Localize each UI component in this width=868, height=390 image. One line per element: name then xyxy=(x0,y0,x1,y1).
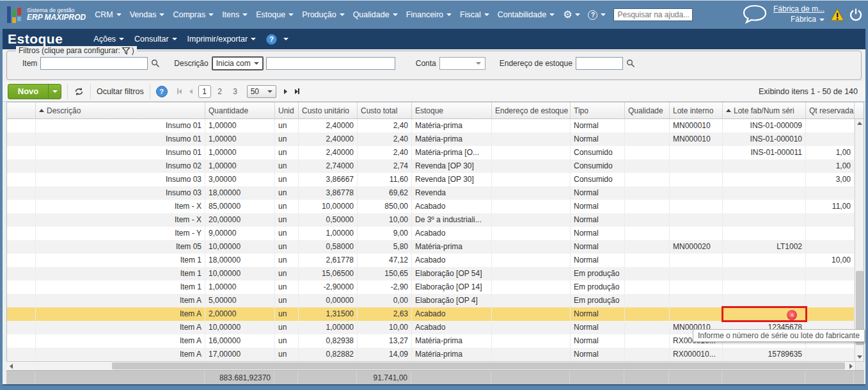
topbar-menu-vendas[interactable]: Vendas xyxy=(130,10,165,19)
table-row[interactable]: Insumo 011,00000un2,400002,40Matéria-pri… xyxy=(7,146,855,159)
scroll-right-button[interactable] xyxy=(846,362,855,370)
search-icon[interactable] xyxy=(151,59,160,68)
topbar-menu-qualidade[interactable]: Qualidade xyxy=(353,10,398,19)
power-icon[interactable] xyxy=(849,8,863,22)
scroll-down-button[interactable] xyxy=(855,353,864,361)
cell-lote-interno xyxy=(670,186,723,200)
scroll-up-button[interactable] xyxy=(855,119,864,127)
error-cell-highlight[interactable]: ✳ xyxy=(722,306,807,322)
page-size-dropdown[interactable]: 50 xyxy=(247,85,276,98)
unit-selector[interactable]: Fábrica xyxy=(773,15,825,25)
page-button-3[interactable]: 3 xyxy=(229,85,242,98)
ocultar-filtros-button[interactable]: Ocultar filtros xyxy=(97,87,144,96)
novo-dropdown-arrow[interactable] xyxy=(48,85,61,99)
column-header-custo-unita-rio[interactable]: Custo unitário xyxy=(299,102,358,118)
pagebar-menu-imprimir-exportar[interactable]: Imprimir/exportar xyxy=(187,35,256,44)
cell-custo-total: 14,09 xyxy=(358,348,412,361)
settings-menu[interactable]: ⚙ xyxy=(563,10,580,20)
descricao-operator-select[interactable]: Inicia com xyxy=(212,56,264,70)
cell-qualidade xyxy=(625,227,670,240)
scroll-left-button[interactable] xyxy=(6,362,15,370)
table-row[interactable]: Item 11,00000un-2,90000-2,90Elaboração [… xyxy=(7,280,855,294)
chevron-down-icon xyxy=(340,13,345,16)
first-page-button[interactable] xyxy=(174,86,185,97)
column-header-estoque[interactable]: Estoque xyxy=(412,102,492,118)
table-row[interactable]: Insumo 0318,00000un3,8677869,62RevendaNo… xyxy=(7,186,855,200)
table-row[interactable]: Insumo 011,00000un2,400002,40Matéria-pri… xyxy=(7,119,855,133)
cell-estoque: Revenda [OP 30] xyxy=(412,159,492,173)
help-search-input[interactable] xyxy=(613,8,693,21)
topbar-menu-itens[interactable]: Itens xyxy=(222,10,248,19)
horizontal-scrollbar[interactable] xyxy=(6,361,864,370)
cell-quantidade: 5,00000 xyxy=(205,294,275,307)
table-row[interactable]: Item - X20,00000un0,5000010,00De 3º a in… xyxy=(7,213,855,227)
column-header-enderec-o-de-estoque[interactable]: Endereço de estoque xyxy=(492,102,571,118)
page-help-icon[interactable]: ? xyxy=(266,34,277,45)
cell-quantidade: 17,00000 xyxy=(205,348,275,361)
topbar-menu-crm[interactable]: CRM xyxy=(95,10,121,19)
table-row[interactable]: Item - Y9,00000un1,000009,00AcabadoNorma… xyxy=(7,227,855,240)
conta-dropdown[interactable] xyxy=(439,57,485,70)
previous-page-button[interactable] xyxy=(185,86,197,97)
column-header-unid[interactable]: Unid xyxy=(275,102,299,118)
table-row[interactable]: Item 0510,00000un0,580005,80Matéria-prim… xyxy=(7,240,855,254)
refresh-button[interactable] xyxy=(74,86,84,97)
topbar-menu-contabilidade[interactable]: Contabilidade xyxy=(498,10,555,19)
column-header-lote-fab-num-se-ri[interactable]: Lote fab/Num séri xyxy=(723,102,806,118)
cell-unid: un xyxy=(275,348,299,361)
topbar-menu-fiscal[interactable]: Fiscal xyxy=(460,10,489,19)
topbar-menu-estoque[interactable]: Estoque xyxy=(256,10,294,19)
cell-lote-interno xyxy=(670,173,723,186)
topbar-menu-compras[interactable]: Compras xyxy=(173,10,214,19)
table-row[interactable]: Insumo 011,00000un2,400002,40Matéria-pri… xyxy=(7,133,855,146)
cell-enderec-o-de-estoque xyxy=(492,159,571,173)
cell-qualidade xyxy=(625,186,670,200)
table-row[interactable]: Insumo 033,00000un3,8666711,60Revenda [O… xyxy=(7,173,855,186)
page-button-1[interactable]: 1 xyxy=(198,85,211,98)
account-link[interactable]: Fábrica de m... xyxy=(773,4,825,15)
row-indicator-cell xyxy=(7,321,36,334)
toolbar-help-icon[interactable]: ? xyxy=(156,86,168,97)
filters-legend[interactable]: Filtros (clique para configurar: ) xyxy=(16,46,137,55)
table-row[interactable]: Item 118,00000un2,6177847,12AcabadoNorma… xyxy=(7,254,855,267)
table-row[interactable]: Insumo 021,00000un2,740002,74Revenda [OP… xyxy=(7,159,855,173)
cell-estoque: Revenda [OP 30] xyxy=(412,173,492,186)
vertical-scrollbar[interactable] xyxy=(855,119,864,361)
descricao-filter-input[interactable] xyxy=(266,57,395,70)
table-row[interactable]: Item 110,00000un15,06500150,65Elaboração… xyxy=(7,267,855,280)
next-page-button[interactable] xyxy=(280,86,292,97)
column-header-custo-total[interactable]: Custo total xyxy=(358,102,412,118)
cell-tipo: Normal xyxy=(571,348,625,361)
page-button-2[interactable]: 2 xyxy=(214,85,226,98)
app-window: Sistema de gestão ERP MAXIPROD CRMVendas… xyxy=(0,0,868,390)
pagebar-menu-ac-o-es[interactable]: Ações xyxy=(93,35,124,44)
item-filter-input[interactable] xyxy=(40,57,148,70)
cell-tipo: Em produção xyxy=(571,267,625,280)
column-header-lote-interno[interactable]: Lote interno xyxy=(670,102,723,118)
endereco-filter-input[interactable] xyxy=(576,57,623,70)
column-header-descric-a-o[interactable]: Descrição xyxy=(36,102,205,118)
cell-quantidade: 18,00000 xyxy=(205,254,275,267)
warning-icon[interactable] xyxy=(830,8,845,22)
cell-estoque: Elaboração [OP 54] xyxy=(412,267,492,280)
topbar-menu-financeiro[interactable]: Financeiro xyxy=(406,10,452,19)
top-navigation-bar: Sistema de gestão ERP MAXIPROD CRMVendas… xyxy=(3,1,865,29)
maxiprod-logo[interactable]: Sistema de gestão ERP MAXIPROD xyxy=(6,5,86,24)
column-header-quantidade[interactable]: Quantidade xyxy=(205,102,275,118)
cell-quantidade: 1,00000 xyxy=(205,119,275,133)
chevron-down-icon[interactable] xyxy=(283,38,288,40)
last-page-button[interactable] xyxy=(292,86,303,97)
horizontal-scroll-thumb[interactable] xyxy=(112,362,845,370)
pagebar-menu-consultar[interactable]: Consultar xyxy=(134,35,177,44)
topbar-menu-produc-a-o[interactable]: Produção xyxy=(302,10,345,19)
table-row[interactable]: Item - X85,00000un10,00000850,00AcabadoN… xyxy=(7,200,855,213)
column-header-tipo[interactable]: Tipo xyxy=(571,102,625,118)
novo-button[interactable]: Novo xyxy=(8,84,61,99)
column-header-qt-reservada[interactable]: Qt reservada xyxy=(806,102,855,118)
table-row[interactable]: Item A5,00000un0,000000,00Elaboração [OP… xyxy=(7,294,855,307)
column-header-qualidade[interactable]: Qualidade xyxy=(625,102,670,118)
table-row[interactable]: Item A17,00000un0,8288214,09Matéria-prim… xyxy=(7,348,855,361)
search-icon[interactable] xyxy=(626,59,635,68)
chat-bubble-icon[interactable] xyxy=(741,4,768,26)
help-menu[interactable]: ? xyxy=(588,10,606,20)
